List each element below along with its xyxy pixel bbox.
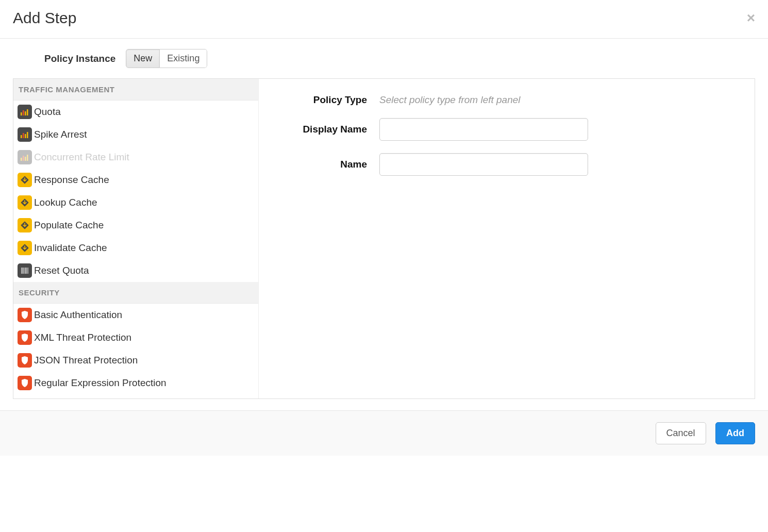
policy-item[interactable]: Reset Quota [13,259,258,282]
policy-instance-toggle: New Existing [126,49,207,68]
policy-item[interactable]: Response Cache [13,169,258,191]
shield-icon [18,353,32,368]
display-name-input[interactable] [379,118,588,141]
policy-item-label: JSON Threat Protection [34,355,138,366]
traffic-barcode-icon [18,263,32,278]
policy-item: Concurrent Rate Limit [13,146,258,169]
cache-diamond-icon [18,218,32,232]
policy-item-label: Populate Cache [34,220,104,231]
policy-item-label: Basic Authentication [34,309,122,321]
policy-type-label: Policy Type [279,94,367,106]
policy-item-label: Quota [34,106,61,118]
policy-item[interactable]: Spike Arrest [13,123,258,146]
modal-footer: Cancel Add [0,410,768,456]
tab-existing[interactable]: Existing [160,49,207,68]
svg-rect-11 [27,155,28,161]
svg-rect-19 [25,268,26,274]
section-header: TRAFFIC MANAGEMENT [13,79,258,101]
policy-item[interactable]: Lookup Cache [13,191,258,214]
svg-rect-2 [25,111,26,115]
policy-item-label: Spike Arrest [34,129,87,140]
svg-rect-20 [27,268,28,274]
name-label: Name [279,159,367,170]
policy-instance-row: Policy Instance New Existing [0,49,768,78]
display-name-label: Display Name [279,124,367,135]
name-input[interactable] [379,153,588,176]
modal-header: Add Step × [0,0,768,39]
panels-container: TRAFFIC MANAGEMENTQuotaSpike ArrestConcu… [13,78,755,399]
cache-diamond-icon [18,173,32,187]
policy-item[interactable]: Basic Authentication [13,304,258,326]
policy-item[interactable]: JSON Threat Protection [13,349,258,372]
policy-form: Policy Type Select policy type from left… [259,79,755,398]
svg-rect-16 [21,268,22,274]
section-header: SECURITY [13,282,258,304]
cache-diamond-icon [18,195,32,210]
policy-instance-label: Policy Instance [44,53,115,64]
svg-rect-6 [25,134,26,138]
svg-rect-1 [23,110,24,115]
add-button[interactable]: Add [715,422,755,444]
traffic-bars-icon [18,150,32,164]
svg-rect-5 [23,133,24,138]
policy-item[interactable]: Regular Expression Protection [13,372,258,394]
policy-item[interactable]: XML Threat Protection [13,326,258,349]
shield-icon [18,308,32,322]
svg-rect-4 [21,135,22,138]
cache-diamond-icon [18,241,32,255]
close-icon[interactable]: × [747,11,755,25]
svg-rect-3 [27,109,28,115]
policy-type-placeholder: Select policy type from left panel [379,94,521,106]
shield-icon [18,376,32,390]
svg-rect-17 [23,268,24,274]
svg-rect-21 [28,268,28,274]
cancel-button[interactable]: Cancel [656,422,706,444]
policy-item-label: Invalidate Cache [34,242,107,254]
policy-type-row: Policy Type Select policy type from left… [279,94,734,106]
modal-body: Policy Instance New Existing TRAFFIC MAN… [0,39,768,399]
policy-item[interactable]: Quota [13,101,258,123]
traffic-bars-icon [18,127,32,142]
tab-new[interactable]: New [126,49,160,68]
policy-item-label: Response Cache [34,174,109,186]
svg-rect-8 [21,158,22,161]
policy-item-label: Reset Quota [34,265,89,276]
svg-rect-10 [25,157,26,161]
name-row: Name [279,153,734,176]
svg-rect-0 [21,112,22,115]
policy-item[interactable]: Invalidate Cache [13,237,258,259]
svg-rect-9 [23,156,24,161]
modal-title: Add Step [13,9,76,27]
policy-item-label: Concurrent Rate Limit [34,152,129,163]
shield-icon [18,330,32,345]
policy-type-list[interactable]: TRAFFIC MANAGEMENTQuotaSpike ArrestConcu… [13,79,259,398]
traffic-bars-icon [18,105,32,119]
display-name-row: Display Name [279,118,734,141]
policy-item-label: Lookup Cache [34,197,97,208]
policy-item[interactable]: Populate Cache [13,214,258,237]
svg-rect-18 [24,268,25,274]
policy-item-label: XML Threat Protection [34,332,131,343]
policy-item-label: Regular Expression Protection [34,377,166,389]
svg-rect-7 [27,132,28,138]
